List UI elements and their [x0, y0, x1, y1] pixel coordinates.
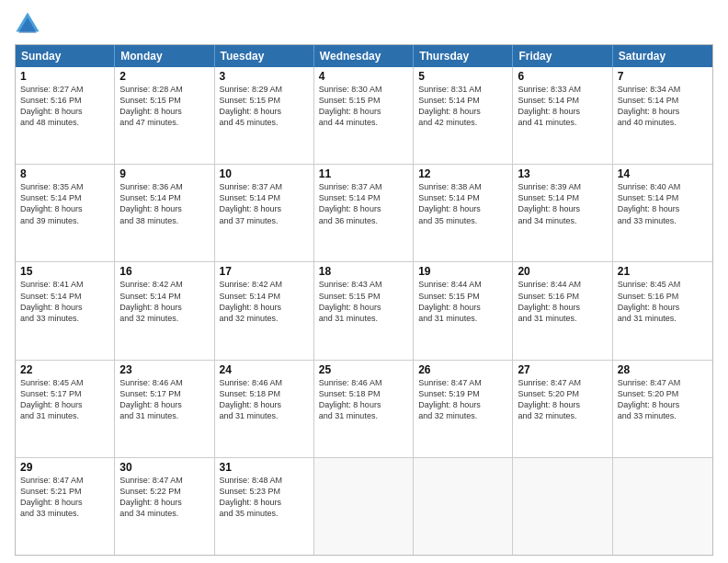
day-info: Sunrise: 8:41 AM Sunset: 5:14 PM Dayligh… [20, 279, 109, 324]
day-number: 24 [220, 363, 309, 376]
calendar-cell: 26Sunrise: 8:47 AM Sunset: 5:19 PM Dayli… [414, 361, 513, 457]
calendar-cell: 2Sunrise: 8:28 AM Sunset: 5:15 PM Daylig… [115, 67, 214, 164]
day-info: Sunrise: 8:34 AM Sunset: 5:14 PM Dayligh… [618, 84, 708, 129]
day-info: Sunrise: 8:45 AM Sunset: 5:17 PM Dayligh… [20, 377, 109, 422]
calendar-cell: 11Sunrise: 8:37 AM Sunset: 5:14 PM Dayli… [314, 165, 414, 261]
day-info: Sunrise: 8:47 AM Sunset: 5:20 PM Dayligh… [518, 377, 607, 422]
day-number: 29 [20, 461, 109, 474]
calendar-cell: 15Sunrise: 8:41 AM Sunset: 5:14 PM Dayli… [16, 262, 115, 359]
header [15, 11, 713, 37]
day-info: Sunrise: 8:48 AM Sunset: 5:23 PM Dayligh… [220, 475, 309, 520]
day-info: Sunrise: 8:30 AM Sunset: 5:15 PM Dayligh… [319, 84, 408, 129]
calendar-cell: 29Sunrise: 8:47 AM Sunset: 5:21 PM Dayli… [16, 458, 115, 555]
calendar-cell: 30Sunrise: 8:47 AM Sunset: 5:22 PM Dayli… [115, 458, 214, 555]
calendar-cell: 28Sunrise: 8:47 AM Sunset: 5:20 PM Dayli… [613, 361, 712, 457]
calendar-cell: 19Sunrise: 8:44 AM Sunset: 5:15 PM Dayli… [414, 262, 513, 359]
day-info: Sunrise: 8:35 AM Sunset: 5:14 PM Dayligh… [20, 181, 109, 226]
day-info: Sunrise: 8:47 AM Sunset: 5:19 PM Dayligh… [418, 377, 507, 422]
header-day-sunday: Sunday [16, 45, 115, 67]
header-day-thursday: Thursday [414, 45, 513, 67]
day-number: 28 [618, 363, 708, 376]
calendar-row-4: 22Sunrise: 8:45 AM Sunset: 5:17 PM Dayli… [16, 361, 712, 458]
day-number: 17 [220, 265, 309, 278]
header-day-monday: Monday [115, 45, 214, 67]
day-number: 4 [319, 70, 408, 83]
day-number: 23 [119, 363, 209, 376]
calendar-cell [314, 458, 414, 555]
day-info: Sunrise: 8:28 AM Sunset: 5:15 PM Dayligh… [119, 84, 209, 129]
calendar-body: 1Sunrise: 8:27 AM Sunset: 5:16 PM Daylig… [16, 67, 712, 555]
header-day-saturday: Saturday [613, 45, 712, 67]
day-number: 9 [119, 167, 209, 180]
day-info: Sunrise: 8:44 AM Sunset: 5:16 PM Dayligh… [518, 279, 607, 324]
day-info: Sunrise: 8:46 AM Sunset: 5:18 PM Dayligh… [319, 377, 408, 422]
calendar-cell: 10Sunrise: 8:37 AM Sunset: 5:14 PM Dayli… [215, 165, 314, 261]
day-info: Sunrise: 8:47 AM Sunset: 5:20 PM Dayligh… [618, 377, 708, 422]
calendar-cell: 31Sunrise: 8:48 AM Sunset: 5:23 PM Dayli… [215, 458, 314, 555]
calendar-cell: 20Sunrise: 8:44 AM Sunset: 5:16 PM Dayli… [513, 262, 612, 359]
day-info: Sunrise: 8:33 AM Sunset: 5:14 PM Dayligh… [518, 84, 607, 129]
calendar-cell: 22Sunrise: 8:45 AM Sunset: 5:17 PM Dayli… [16, 361, 115, 457]
calendar-cell: 25Sunrise: 8:46 AM Sunset: 5:18 PM Dayli… [314, 361, 414, 457]
day-number: 21 [618, 265, 708, 278]
calendar-cell: 18Sunrise: 8:43 AM Sunset: 5:15 PM Dayli… [314, 262, 414, 359]
day-number: 14 [618, 167, 708, 180]
calendar-cell: 24Sunrise: 8:46 AM Sunset: 5:18 PM Dayli… [215, 361, 314, 457]
header-day-tuesday: Tuesday [215, 45, 314, 67]
calendar-cell: 1Sunrise: 8:27 AM Sunset: 5:16 PM Daylig… [16, 67, 115, 164]
calendar-cell: 16Sunrise: 8:42 AM Sunset: 5:14 PM Dayli… [115, 262, 214, 359]
day-info: Sunrise: 8:29 AM Sunset: 5:15 PM Dayligh… [220, 84, 309, 129]
day-number: 2 [119, 70, 209, 83]
calendar-row-3: 15Sunrise: 8:41 AM Sunset: 5:14 PM Dayli… [16, 262, 712, 360]
day-number: 6 [518, 70, 607, 83]
day-number: 15 [20, 265, 109, 278]
calendar: SundayMondayTuesdayWednesdayThursdayFrid… [15, 44, 713, 556]
day-number: 7 [618, 70, 708, 83]
day-info: Sunrise: 8:37 AM Sunset: 5:14 PM Dayligh… [220, 181, 309, 226]
calendar-cell: 7Sunrise: 8:34 AM Sunset: 5:14 PM Daylig… [613, 67, 712, 164]
day-info: Sunrise: 8:27 AM Sunset: 5:16 PM Dayligh… [20, 84, 109, 129]
day-info: Sunrise: 8:47 AM Sunset: 5:21 PM Dayligh… [20, 475, 109, 520]
day-number: 12 [418, 167, 507, 180]
calendar-cell: 3Sunrise: 8:29 AM Sunset: 5:15 PM Daylig… [215, 67, 314, 164]
calendar-row-2: 8Sunrise: 8:35 AM Sunset: 5:14 PM Daylig… [16, 165, 712, 262]
calendar-cell: 13Sunrise: 8:39 AM Sunset: 5:14 PM Dayli… [513, 165, 612, 261]
header-day-friday: Friday [513, 45, 612, 67]
day-number: 11 [319, 167, 408, 180]
calendar-row-5: 29Sunrise: 8:47 AM Sunset: 5:21 PM Dayli… [16, 458, 712, 555]
day-number: 5 [418, 70, 507, 83]
day-info: Sunrise: 8:45 AM Sunset: 5:16 PM Dayligh… [618, 279, 708, 324]
calendar-row-1: 1Sunrise: 8:27 AM Sunset: 5:16 PM Daylig… [16, 67, 712, 165]
day-number: 25 [319, 363, 408, 376]
header-day-wednesday: Wednesday [314, 45, 414, 67]
calendar-cell: 4Sunrise: 8:30 AM Sunset: 5:15 PM Daylig… [314, 67, 414, 164]
calendar-cell [613, 458, 712, 555]
day-info: Sunrise: 8:31 AM Sunset: 5:14 PM Dayligh… [418, 84, 507, 129]
calendar-header: SundayMondayTuesdayWednesdayThursdayFrid… [16, 45, 712, 67]
logo [15, 11, 44, 37]
day-number: 26 [418, 363, 507, 376]
day-number: 31 [220, 461, 309, 474]
day-info: Sunrise: 8:39 AM Sunset: 5:14 PM Dayligh… [518, 181, 607, 226]
day-number: 13 [518, 167, 607, 180]
calendar-cell: 9Sunrise: 8:36 AM Sunset: 5:14 PM Daylig… [115, 165, 214, 261]
logo-icon [15, 11, 40, 37]
calendar-cell: 8Sunrise: 8:35 AM Sunset: 5:14 PM Daylig… [16, 165, 115, 261]
day-info: Sunrise: 8:42 AM Sunset: 5:14 PM Dayligh… [220, 279, 309, 324]
day-info: Sunrise: 8:38 AM Sunset: 5:14 PM Dayligh… [418, 181, 507, 226]
day-info: Sunrise: 8:46 AM Sunset: 5:18 PM Dayligh… [220, 377, 309, 422]
calendar-cell: 23Sunrise: 8:46 AM Sunset: 5:17 PM Dayli… [115, 361, 214, 457]
day-number: 16 [119, 265, 209, 278]
calendar-cell: 5Sunrise: 8:31 AM Sunset: 5:14 PM Daylig… [414, 67, 513, 164]
day-number: 27 [518, 363, 607, 376]
day-number: 3 [220, 70, 309, 83]
calendar-cell: 6Sunrise: 8:33 AM Sunset: 5:14 PM Daylig… [513, 67, 612, 164]
day-info: Sunrise: 8:44 AM Sunset: 5:15 PM Dayligh… [418, 279, 507, 324]
day-number: 8 [20, 167, 109, 180]
calendar-cell [414, 458, 513, 555]
calendar-cell: 27Sunrise: 8:47 AM Sunset: 5:20 PM Dayli… [513, 361, 612, 457]
day-number: 19 [418, 265, 507, 278]
calendar-cell: 21Sunrise: 8:45 AM Sunset: 5:16 PM Dayli… [613, 262, 712, 359]
day-number: 30 [119, 461, 209, 474]
calendar-cell: 17Sunrise: 8:42 AM Sunset: 5:14 PM Dayli… [215, 262, 314, 359]
